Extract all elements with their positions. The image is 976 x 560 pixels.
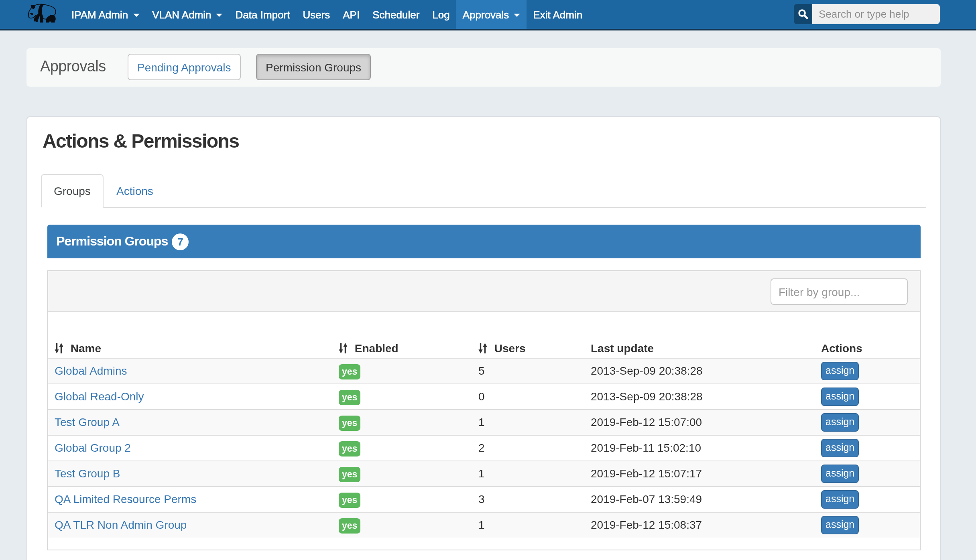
actions-cell: assign <box>815 512 920 538</box>
caret-down-icon <box>216 14 223 17</box>
name-cell: Global Group 2 <box>48 435 332 461</box>
table-body: Global Adminsyes52013-Sep-09 20:38:28ass… <box>48 358 920 538</box>
name-cell: Test Group A <box>48 410 332 435</box>
search-icon <box>797 8 809 20</box>
last-update: 2019-Feb-12 15:07:00 <box>584 410 815 435</box>
users-count: 1 <box>472 512 584 538</box>
assign-button[interactable]: assign <box>821 362 859 380</box>
navbar: IPAM AdminVLAN AdminData ImportUsersAPIS… <box>0 0 976 30</box>
assign-button[interactable]: assign <box>821 516 859 534</box>
assign-button[interactable]: assign <box>821 439 859 457</box>
nav-item-label: Users <box>303 8 330 20</box>
column-label: Actions <box>821 341 862 355</box>
users-count: 1 <box>472 410 584 435</box>
enabled-badge: yes <box>339 415 360 430</box>
enabled-cell: yes <box>332 487 472 512</box>
enabled-badge: yes <box>339 390 360 405</box>
group-name-link[interactable]: Global Read-Only <box>55 390 144 403</box>
table-row: QA Limited Resource Permsyes32019-Feb-07… <box>48 487 920 512</box>
card-bottom-pad <box>48 538 920 550</box>
groups-table-card: Name Enabled UsersLast updateActions Glo… <box>47 270 921 550</box>
table-row: Global Read-Onlyyes02013-Sep-09 20:38:28… <box>48 384 920 410</box>
nav-item-label: Log <box>432 8 449 20</box>
main-panel: Actions & Permissions Groups Actions Per… <box>26 116 941 560</box>
nav-item-data-import[interactable]: Data Import <box>229 0 297 29</box>
name-cell: QA TLR Non Admin Group <box>48 512 332 538</box>
filter-input[interactable] <box>771 278 908 305</box>
enabled-cell: yes <box>332 435 472 461</box>
tab-actions[interactable]: Actions <box>104 175 165 208</box>
assign-button[interactable]: assign <box>821 413 859 432</box>
sort-icon[interactable] <box>339 343 348 354</box>
enabled-cell: yes <box>332 461 472 487</box>
actions-cell: assign <box>815 384 920 410</box>
panda-logo-icon[interactable] <box>27 2 61 27</box>
nav-item-api[interactable]: API <box>336 0 366 29</box>
column-label: Users <box>494 341 526 355</box>
group-name-link[interactable]: Global Admins <box>55 364 127 377</box>
name-cell: QA Limited Resource Perms <box>48 487 332 512</box>
table-row: Test Group Ayes12019-Feb-12 15:07:00assi… <box>48 410 920 435</box>
last-update: 2013-Sep-09 20:38:28 <box>584 358 815 384</box>
nav-item-label: VLAN Admin <box>152 8 211 20</box>
permission-groups-button[interactable]: Permission Groups <box>256 54 371 80</box>
actions-cell: assign <box>815 487 920 512</box>
last-update: 2019-Feb-12 15:08:37 <box>584 512 815 538</box>
navbar-search <box>794 4 940 24</box>
nav-item-label: Exit Admin <box>533 8 582 20</box>
last-update: 2019-Feb-12 15:07:17 <box>584 461 815 487</box>
table-row: Global Adminsyes52013-Sep-09 20:38:28ass… <box>48 358 920 384</box>
nav-item-log[interactable]: Log <box>426 0 456 29</box>
last-update: 2019-Feb-11 15:02:10 <box>584 435 815 461</box>
enabled-cell: yes <box>332 384 472 410</box>
users-count: 3 <box>472 487 584 512</box>
group-name-link[interactable]: Test Group A <box>55 416 120 428</box>
group-name-link[interactable]: QA TLR Non Admin Group <box>55 518 187 531</box>
nav-item-scheduler[interactable]: Scheduler <box>366 0 426 29</box>
last-update: 2019-Feb-07 13:59:49 <box>584 487 815 512</box>
enabled-cell: yes <box>332 512 472 538</box>
caret-down-icon <box>514 14 520 17</box>
filter-bar <box>48 271 920 312</box>
page-title: Actions & Permissions <box>43 130 239 152</box>
enabled-badge: yes <box>339 467 360 482</box>
search-input[interactable] <box>812 4 940 24</box>
caret-down-icon <box>133 14 139 17</box>
nav-item-exit-admin[interactable]: Exit Admin <box>527 0 589 29</box>
enabled-badge: yes <box>339 492 360 507</box>
nav-item-vlan-admin[interactable]: VLAN Admin <box>146 0 229 29</box>
nav-item-label: Scheduler <box>372 8 419 20</box>
column-header-name[interactable]: Name <box>48 312 332 358</box>
column-header-enabled[interactable]: Enabled <box>332 312 472 358</box>
assign-button[interactable]: assign <box>821 388 859 406</box>
sort-icon[interactable] <box>55 343 63 354</box>
group-name-link[interactable]: Global Group 2 <box>55 441 131 454</box>
actions-cell: assign <box>815 435 920 461</box>
users-count: 5 <box>472 358 584 384</box>
last-update: 2013-Sep-09 20:38:28 <box>584 384 815 410</box>
assign-button[interactable]: assign <box>821 465 859 483</box>
tab-groups[interactable]: Groups <box>41 174 104 208</box>
enabled-badge: yes <box>339 441 360 456</box>
nav-item-users[interactable]: Users <box>296 0 336 29</box>
column-label: Name <box>71 341 101 355</box>
enabled-cell: yes <box>332 358 472 384</box>
users-count: 2 <box>472 435 584 461</box>
approvals-toolbar: Approvals Pending Approvals Permission G… <box>26 48 941 87</box>
panel-title: Permission Groups <box>56 234 168 249</box>
name-cell: Global Admins <box>48 358 332 384</box>
panel-header: Permission Groups 7 <box>47 225 921 258</box>
assign-button[interactable]: assign <box>821 490 859 509</box>
sort-icon[interactable] <box>478 343 487 354</box>
nav-item-ipam-admin[interactable]: IPAM Admin <box>65 0 146 29</box>
nav-item-label: IPAM Admin <box>71 8 128 20</box>
column-header-users[interactable]: Users <box>472 312 584 358</box>
group-name-link[interactable]: QA Limited Resource Perms <box>55 493 196 505</box>
pending-approvals-button[interactable]: Pending Approvals <box>128 54 241 80</box>
users-count: 0 <box>472 384 584 410</box>
name-cell: Global Read-Only <box>48 384 332 410</box>
nav-item-approvals[interactable]: Approvals <box>456 0 527 29</box>
group-name-link[interactable]: Test Group B <box>55 467 120 480</box>
search-icon-box[interactable] <box>794 4 812 24</box>
enabled-cell: yes <box>332 410 472 435</box>
